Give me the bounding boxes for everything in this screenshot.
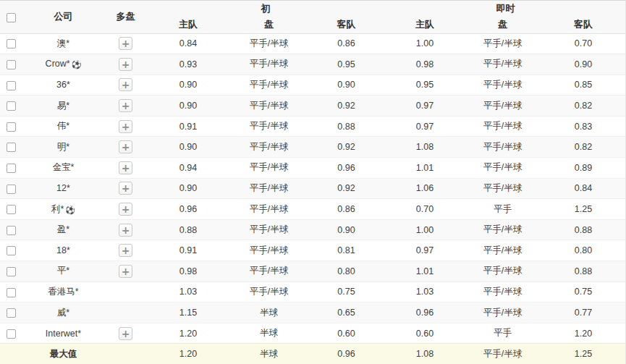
expand-plus-button[interactable]: + xyxy=(119,78,132,91)
table-header: 公司 多盘 初 即时 主队 盘 客队 主队 盘 客队 xyxy=(0,1,626,33)
company-name: 威* xyxy=(57,308,69,318)
max-live-away-odds: 1.25 xyxy=(541,344,626,364)
row-checkbox-cell xyxy=(0,261,22,282)
max-initial-away-odds: 0.96 xyxy=(308,344,385,364)
expand-plus-button[interactable]: + xyxy=(119,161,132,174)
live-handicap-cell: 平手/半球 xyxy=(465,158,541,179)
plus-icon: + xyxy=(122,101,130,111)
row-checkbox-cell xyxy=(0,199,22,220)
multi-odds-cell: + xyxy=(105,261,146,282)
row-checkbox[interactable] xyxy=(7,329,16,339)
row-checkbox-cell xyxy=(0,75,22,96)
expand-plus-button[interactable]: + xyxy=(119,58,132,71)
expand-plus-button[interactable]: + xyxy=(119,224,132,237)
initial-away-odds-cell: 0.90 xyxy=(308,75,385,96)
live-away-odds-cell: 0.88 xyxy=(541,219,626,240)
odds-comparison-table: 公司 多盘 初 即时 主队 盘 客队 主队 盘 客队 澳*⚽ + 0.84 平手… xyxy=(0,1,626,364)
plus-icon: + xyxy=(122,80,130,90)
expand-plus-button[interactable]: + xyxy=(119,203,132,216)
multi-odds-cell: + xyxy=(105,199,146,220)
row-checkbox[interactable] xyxy=(7,288,16,297)
live-away-odds-cell: 1.25 xyxy=(541,199,626,220)
company-name: 金宝* xyxy=(53,162,75,172)
initial-away-odds-cell: 0.60 xyxy=(308,323,385,344)
company-cell: 香港马*⚽ xyxy=(22,282,105,302)
live-home-odds-cell: 1.01 xyxy=(385,261,465,282)
table-row: 盈*⚽ + 0.88 平手/半球 0.90 1.00 平手/半球 0.88 xyxy=(0,219,626,240)
company-name: 18* xyxy=(56,245,70,255)
company-cell: 利*⚽ xyxy=(22,199,105,220)
row-checkbox[interactable] xyxy=(7,81,16,90)
max-initial-home-odds: 1.20 xyxy=(146,344,230,364)
live-away-odds-cell: 1.20 xyxy=(541,323,626,344)
company-cell: Interwet*⚽ xyxy=(22,323,105,344)
row-checkbox[interactable] xyxy=(7,185,16,194)
initial-handicap-cell: 半球 xyxy=(230,323,308,344)
initial-away-odds-cell: 0.96 xyxy=(308,158,385,179)
row-checkbox[interactable] xyxy=(7,246,16,255)
row-checkbox-cell xyxy=(0,54,22,75)
group-header-live: 即时 xyxy=(385,1,626,16)
live-away-odds-cell: 0.88 xyxy=(541,261,626,282)
row-checkbox[interactable] xyxy=(7,267,16,276)
plus-icon: + xyxy=(122,183,130,193)
company-cell: 威*⚽ xyxy=(22,302,105,323)
company-name: 澳* xyxy=(57,38,69,48)
row-checkbox[interactable] xyxy=(7,122,16,132)
live-home-odds-cell: 0.70 xyxy=(385,199,465,220)
plus-icon: + xyxy=(122,142,130,152)
row-checkbox[interactable] xyxy=(7,205,16,214)
company-name: 伟* xyxy=(57,121,69,131)
live-handicap-cell: 平手/半球 xyxy=(465,261,541,282)
select-all-checkbox[interactable] xyxy=(7,13,16,22)
initial-handicap-cell: 平手/半球 xyxy=(230,33,308,54)
initial-home-odds-cell: 1.03 xyxy=(146,282,230,302)
expand-plus-button[interactable]: + xyxy=(119,244,132,257)
row-checkbox[interactable] xyxy=(7,60,16,69)
table-body: 澳*⚽ + 0.84 平手/半球 0.86 1.00 平手/半球 0.70 Cr… xyxy=(0,33,626,344)
initial-handicap-cell: 平手/半球 xyxy=(230,158,308,179)
live-away-odds-cell: 0.83 xyxy=(541,116,626,137)
live-handicap-cell: 平手/半球 xyxy=(465,302,541,323)
company-name: 36* xyxy=(56,80,70,90)
row-checkbox-cell xyxy=(0,282,22,302)
multi-odds-cell: + xyxy=(105,96,146,117)
row-checkbox[interactable] xyxy=(7,101,16,111)
initial-home-odds-cell: 0.84 xyxy=(146,33,230,54)
soccer-ball-icon: ⚽ xyxy=(72,60,82,69)
row-checkbox-cell xyxy=(0,323,22,344)
live-handicap-cell: 平手/半球 xyxy=(465,137,541,158)
initial-away-odds-cell: 0.92 xyxy=(308,96,385,117)
live-home-odds-cell: 0.96 xyxy=(385,302,465,323)
expand-plus-button[interactable]: + xyxy=(119,37,132,50)
plus-icon: + xyxy=(122,266,130,276)
initial-handicap-cell: 平手/半球 xyxy=(230,137,308,158)
table-row: 36*⚽ + 0.90 平手/半球 0.90 0.95 平手/半球 0.85 xyxy=(0,75,626,96)
row-checkbox[interactable] xyxy=(7,143,16,152)
row-checkbox[interactable] xyxy=(7,39,16,48)
initial-away-odds-cell: 0.65 xyxy=(308,302,385,323)
row-checkbox[interactable] xyxy=(7,308,16,318)
initial-away-odds-cell: 0.88 xyxy=(308,116,385,137)
expand-plus-button[interactable]: + xyxy=(119,120,132,133)
plus-icon: + xyxy=(122,225,130,235)
multi-odds-cell: + xyxy=(105,240,146,261)
expand-plus-button[interactable]: + xyxy=(119,99,132,112)
group-header-initial: 初 xyxy=(146,1,385,16)
expand-plus-button[interactable]: + xyxy=(119,182,132,195)
initial-home-odds-cell: 0.90 xyxy=(146,137,230,158)
live-home-odds-cell: 1.01 xyxy=(385,158,465,179)
company-name: 盈* xyxy=(57,224,69,234)
footer-multi-cell xyxy=(105,344,146,364)
table-row: 易*⚽ + 0.90 平手/半球 0.92 0.97 平手/半球 0.82 xyxy=(0,96,626,117)
live-away-odds-cell: 0.75 xyxy=(541,282,626,302)
expand-plus-button[interactable]: + xyxy=(119,140,132,153)
multi-odds-cell: + xyxy=(105,282,146,302)
table-row: 平*⚽ + 0.98 平手/半球 0.80 1.01 平手/半球 0.88 xyxy=(0,261,626,282)
company-name: 易* xyxy=(57,101,69,111)
row-checkbox[interactable] xyxy=(7,226,16,235)
live-away-odds-cell: 0.80 xyxy=(541,240,626,261)
row-checkbox[interactable] xyxy=(7,164,16,173)
expand-plus-button[interactable]: + xyxy=(119,327,132,340)
expand-plus-button[interactable]: + xyxy=(119,265,132,278)
